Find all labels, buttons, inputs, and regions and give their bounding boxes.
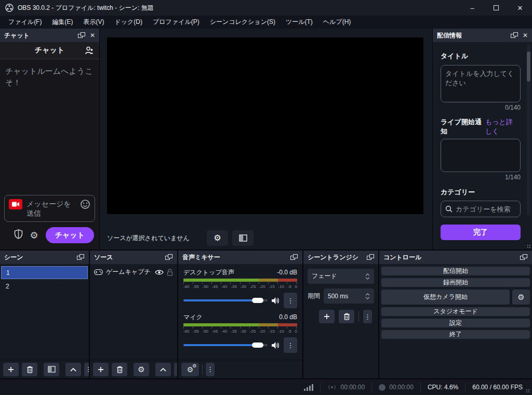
chat-settings-gear-icon[interactable]: ⚙ <box>30 231 38 240</box>
maximize-button[interactable] <box>484 0 508 16</box>
start-streaming-button[interactable]: 配信開始 <box>381 267 530 275</box>
title-char-counter: 0/140 <box>441 104 521 111</box>
transitions-more-button[interactable]: ⋮ <box>363 310 372 323</box>
channel-options-button[interactable]: ⋮ <box>284 337 297 353</box>
add-scene-button[interactable] <box>3 363 19 376</box>
menu-profile[interactable]: プロファイル(P) <box>148 16 205 29</box>
preview-canvas[interactable] <box>107 37 423 214</box>
remove-scene-button[interactable] <box>22 363 37 376</box>
source-properties-gear-button[interactable]: ⚙ <box>207 230 228 246</box>
speaker-icon[interactable] <box>271 297 280 305</box>
minimize-button[interactable]: – <box>460 0 484 16</box>
popout-icon[interactable] <box>165 254 173 261</box>
transitions-dock-header[interactable]: シーントランジシ... <box>303 251 378 264</box>
menu-docks[interactable]: ドック(D) <box>109 16 148 29</box>
lock-icon[interactable] <box>167 269 173 276</box>
chat-room-header: チャット <box>0 42 99 59</box>
menu-tools[interactable]: ツール(T) <box>281 16 318 29</box>
chat-users-icon[interactable] <box>85 46 94 57</box>
scene-item-1[interactable]: 1 <box>1 266 88 279</box>
slider-handle[interactable] <box>252 298 263 303</box>
duration-spinner[interactable]: 500 ms <box>324 288 374 304</box>
trash-icon <box>343 313 350 320</box>
add-source-button[interactable] <box>93 363 109 376</box>
chat-send-button[interactable]: チャット <box>46 227 94 243</box>
chat-room-title: チャット <box>35 46 64 55</box>
menu-edit[interactable]: 編集(E) <box>47 16 78 29</box>
popout-icon[interactable] <box>78 32 86 39</box>
slider-handle[interactable] <box>252 343 263 348</box>
sources-more-button[interactable]: ⋮ <box>174 363 177 376</box>
menu-scene-collection[interactable]: シーンコレクション(S) <box>205 16 281 29</box>
volume-slider[interactable] <box>183 344 268 346</box>
popout-icon[interactable] <box>290 254 298 261</box>
start-virtual-camera-button[interactable]: 仮想カメラ開始 <box>381 289 510 305</box>
transition-select[interactable]: フェード <box>308 269 374 284</box>
scrollbar[interactable] <box>527 44 530 216</box>
move-source-up-button[interactable] <box>155 363 171 376</box>
chat-dock-header[interactable]: チャット ✕ <box>0 29 99 42</box>
popout-icon[interactable] <box>367 254 374 261</box>
popout-icon[interactable] <box>520 254 528 261</box>
mixer-more-button[interactable]: ⋮ <box>206 363 215 376</box>
move-scene-up-button[interactable] <box>65 363 81 376</box>
volume-slider[interactable] <box>183 299 268 301</box>
maximize-icon <box>494 5 499 10</box>
settings-button[interactable]: 設定 <box>381 319 530 327</box>
window-resize-grip[interactable] <box>526 389 530 393</box>
chat-message-input[interactable]: メッセージを送信 <box>4 195 95 222</box>
record-timer: 00:00:00 <box>389 384 414 391</box>
add-transition-button[interactable] <box>319 310 335 323</box>
popout-icon[interactable] <box>77 254 85 261</box>
volume-meter <box>183 279 297 282</box>
stream-title-input[interactable] <box>441 65 521 102</box>
stream-info-dock-header[interactable]: 配信情報 ✕ <box>433 29 532 42</box>
source-item-game-capture[interactable]: ゲームキャプチャ <box>90 264 177 280</box>
category-search-box[interactable] <box>441 201 521 217</box>
dock-resize-grip[interactable] <box>527 244 531 248</box>
speaker-icon[interactable] <box>271 341 280 349</box>
notification-char-counter: 1/140 <box>441 174 521 181</box>
menu-file[interactable]: ファイル(F) <box>3 16 47 29</box>
close-icon[interactable]: ✕ <box>523 32 528 38</box>
remove-source-button[interactable] <box>112 363 127 376</box>
studio-mode-button[interactable]: スタジオモード <box>381 307 530 316</box>
exit-button[interactable]: 終了 <box>381 330 530 339</box>
spinner-arrows-icon[interactable] <box>365 293 370 299</box>
mixer-channel-mic: マイク 0.0 dB -60-55-50-45-40-35-30-25-20-1… <box>183 313 297 353</box>
transitions-dock-title: シーントランジシ... <box>308 253 358 262</box>
scrollbar-thumb[interactable] <box>527 51 530 82</box>
channel-name: マイク <box>183 313 203 322</box>
moderation-shield-icon[interactable] <box>14 229 23 241</box>
scene-filters-button[interactable] <box>44 363 59 376</box>
scenes-more-button[interactable]: ⋮ <box>84 363 89 376</box>
menu-view[interactable]: 表示(V) <box>78 16 109 29</box>
plus-icon <box>324 313 330 320</box>
channel-options-button[interactable]: ⋮ <box>284 293 297 308</box>
advanced-audio-button[interactable]: ⚙⚙ <box>181 363 199 376</box>
kebab-menu-icon: ⋮ <box>85 365 89 373</box>
scenes-dock-header[interactable]: シーン <box>0 251 89 264</box>
menu-help[interactable]: ヘルプ(H) <box>318 16 356 29</box>
learn-more-link[interactable]: もっと詳しく <box>485 117 517 136</box>
controls-dock-header[interactable]: コントロール <box>379 251 532 264</box>
controls-dock: コントロール 配信開始 録画開始 仮想カメラ開始 ⚙ スタジオモード 設定 終了 <box>379 251 532 378</box>
mixer-dock-header[interactable]: 音声ミキサー <box>178 251 302 264</box>
start-recording-button[interactable]: 録画開始 <box>381 278 530 287</box>
category-search-input[interactable] <box>456 205 516 213</box>
done-button[interactable]: 完了 <box>441 225 521 240</box>
remove-transition-button[interactable] <box>339 310 354 323</box>
scene-item-2[interactable]: 2 <box>1 280 88 293</box>
stream-camera-icon[interactable] <box>9 199 22 209</box>
close-icon[interactable]: ✕ <box>90 32 95 38</box>
virtual-camera-settings-button[interactable]: ⚙ <box>512 289 530 305</box>
source-properties-button[interactable]: ⚙ <box>134 363 149 376</box>
stream-timer: 00:00:00 <box>340 384 365 391</box>
emote-icon[interactable] <box>80 199 90 212</box>
source-filters-button[interactable] <box>232 230 254 246</box>
popout-icon[interactable] <box>511 32 518 39</box>
sources-dock-header[interactable]: ソース <box>90 251 177 264</box>
visibility-eye-icon[interactable] <box>155 269 164 275</box>
notification-input[interactable] <box>441 139 521 172</box>
close-button[interactable]: ✕ <box>508 0 532 16</box>
